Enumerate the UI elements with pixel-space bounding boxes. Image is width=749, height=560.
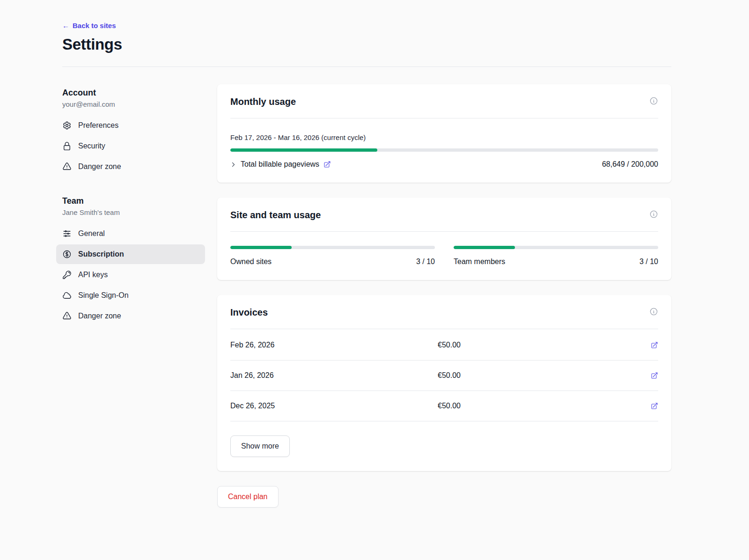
settings-main: Monthly usage Feb 17, 2026 - Mar 16, 202… [217, 84, 671, 508]
monthly-usage-title: Monthly usage [230, 96, 296, 107]
info-icon[interactable] [649, 210, 658, 219]
cloud-icon [62, 291, 72, 300]
site-team-usage-title: Site and team usage [230, 210, 321, 221]
info-icon[interactable] [649, 96, 658, 105]
invoice-amount: €50.00 [438, 371, 645, 380]
sliders-icon [62, 229, 72, 238]
team-members-label: Team members [454, 258, 505, 266]
invoice-list: Feb 26, 2026 €50.00 Jan 26, 2026 €50.00 … [230, 330, 658, 421]
settings-sidebar: Account your@email.com Preferences Secur… [62, 84, 205, 327]
invoice-row: Dec 26, 2025 €50.00 [230, 391, 658, 421]
lock-icon [62, 141, 72, 151]
monthly-usage-card: Monthly usage Feb 17, 2026 - Mar 16, 202… [217, 84, 671, 183]
card-divider [230, 329, 658, 329]
card-divider [230, 118, 658, 118]
sidebar-section-team: Team Jane Smith's team General Subscript… [62, 196, 205, 326]
team-name: Jane Smith's team [62, 208, 205, 216]
warning-triangle-icon [62, 162, 72, 171]
page-title: Settings [62, 36, 671, 53]
sidebar-item-team-danger-zone[interactable]: Danger zone [56, 306, 205, 326]
billing-cycle-label: Feb 17, 2026 - Mar 16, 2026 (current cyc… [230, 133, 658, 141]
sidebar-item-api-keys[interactable]: API keys [56, 265, 205, 285]
show-more-button[interactable]: Show more [230, 435, 290, 457]
usage-meters: Owned sites 3 / 10 Team members 3 / 10 [230, 246, 658, 266]
content-area: Account your@email.com Preferences Secur… [62, 84, 671, 508]
owned-sites-progressbar [230, 246, 435, 249]
invoices-card: Invoices Feb 26, 2026 €50.00 Jan 26, 202… [217, 295, 671, 471]
settings-page: ← Back to sites Settings Account your@em… [0, 0, 749, 526]
team-members-progressbar-fill [454, 246, 515, 249]
back-to-sites-link[interactable]: ← Back to sites [62, 22, 116, 29]
team-section-heading: Team [62, 196, 205, 206]
invoice-date: Dec 26, 2025 [230, 402, 438, 410]
external-link-icon[interactable] [651, 402, 658, 410]
info-icon[interactable] [649, 307, 658, 316]
invoice-date: Feb 26, 2026 [230, 341, 438, 349]
invoice-row: Jan 26, 2026 €50.00 [230, 361, 658, 391]
team-members-meter: Team members 3 / 10 [454, 246, 658, 266]
team-members-progressbar [454, 246, 658, 249]
team-members-value: 3 / 10 [639, 258, 658, 266]
sidebar-item-account-danger-zone[interactable]: Danger zone [56, 157, 205, 177]
gear-icon [62, 121, 72, 130]
back-arrow-icon: ← [62, 22, 69, 29]
sidebar-item-label: Preferences [78, 121, 118, 130]
pageviews-progressbar-fill [230, 148, 377, 152]
sidebar-section-account: Account your@email.com Preferences Secur… [62, 88, 205, 177]
owned-sites-label: Owned sites [230, 258, 272, 266]
account-email: your@email.com [62, 100, 205, 108]
owned-sites-value: 3 / 10 [416, 258, 435, 266]
sidebar-item-label: Subscription [78, 250, 124, 258]
sidebar-item-single-sign-on[interactable]: Single Sign-On [56, 286, 205, 305]
external-link-icon[interactable] [651, 372, 658, 379]
pageviews-expander[interactable]: Total billable pageviews [230, 160, 331, 169]
account-section-heading: Account [62, 88, 205, 98]
card-divider [230, 231, 658, 232]
dollar-circle-icon [62, 250, 72, 259]
back-link-label: Back to sites [73, 22, 116, 29]
pageviews-value: 68,649 / 200,000 [602, 160, 658, 169]
invoice-amount: €50.00 [438, 341, 645, 349]
sidebar-item-general[interactable]: General [56, 224, 205, 243]
pageviews-progressbar [230, 148, 658, 152]
sidebar-item-label: Danger zone [78, 312, 121, 320]
sidebar-item-label: API keys [78, 271, 108, 279]
sidebar-item-label: Security [78, 142, 105, 150]
sidebar-item-security[interactable]: Security [56, 136, 205, 156]
page-header: ← Back to sites Settings [62, 22, 671, 53]
sidebar-item-preferences[interactable]: Preferences [56, 116, 205, 135]
external-link-icon[interactable] [651, 341, 658, 349]
cancel-plan-button[interactable]: Cancel plan [217, 486, 279, 508]
invoice-row: Feb 26, 2026 €50.00 [230, 330, 658, 361]
site-team-usage-card: Site and team usage Owned sites 3 / 10 [217, 198, 671, 280]
pageviews-label: Total billable pageviews [241, 160, 319, 169]
invoice-date: Jan 26, 2026 [230, 371, 438, 380]
sidebar-item-subscription[interactable]: Subscription [56, 244, 205, 264]
warning-triangle-icon [62, 311, 72, 321]
chevron-right-icon [230, 162, 236, 168]
sidebar-item-label: Danger zone [78, 162, 121, 171]
invoices-title: Invoices [230, 307, 268, 318]
key-icon [62, 270, 72, 280]
owned-sites-progressbar-fill [230, 246, 292, 249]
sidebar-item-label: Single Sign-On [78, 291, 129, 300]
owned-sites-meter: Owned sites 3 / 10 [230, 246, 435, 266]
invoice-amount: €50.00 [438, 402, 645, 410]
external-link-icon[interactable] [323, 161, 331, 168]
sidebar-item-label: General [78, 229, 105, 238]
header-divider [62, 66, 671, 67]
pageviews-row: Total billable pageviews 68,649 / 200,00… [230, 160, 658, 169]
